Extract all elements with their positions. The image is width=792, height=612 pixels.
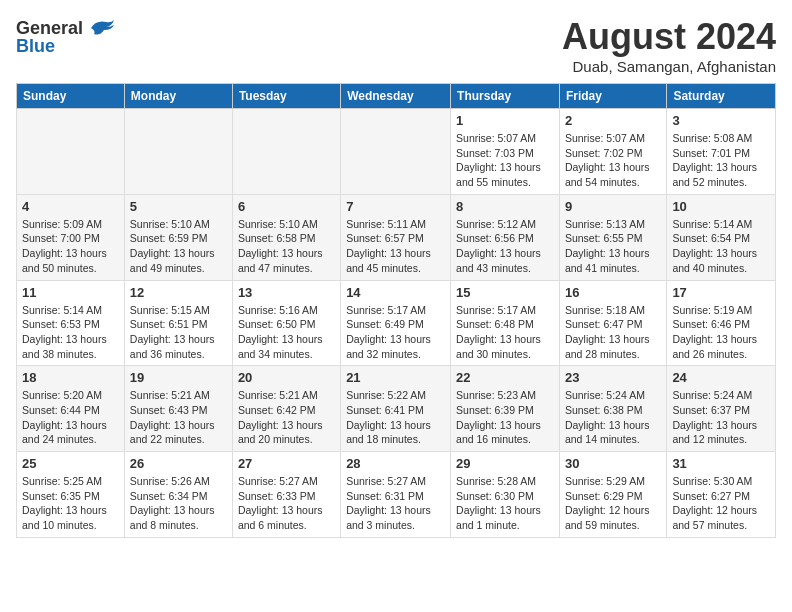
logo-blue: Blue (16, 36, 55, 57)
day-info: Sunrise: 5:30 AM Sunset: 6:27 PM Dayligh… (672, 474, 770, 533)
page-header: General Blue August 2024 Duab, Samangan,… (16, 16, 776, 75)
table-row: 27Sunrise: 5:27 AM Sunset: 6:33 PM Dayli… (232, 452, 340, 538)
month-year-title: August 2024 (562, 16, 776, 58)
calendar-table: Sunday Monday Tuesday Wednesday Thursday… (16, 83, 776, 538)
day-info: Sunrise: 5:18 AM Sunset: 6:47 PM Dayligh… (565, 303, 661, 362)
table-row: 19Sunrise: 5:21 AM Sunset: 6:43 PM Dayli… (124, 366, 232, 452)
header-friday: Friday (559, 84, 666, 109)
day-number: 15 (456, 285, 554, 300)
title-section: August 2024 Duab, Samangan, Afghanistan (562, 16, 776, 75)
day-info: Sunrise: 5:15 AM Sunset: 6:51 PM Dayligh… (130, 303, 227, 362)
day-number: 4 (22, 199, 119, 214)
day-info: Sunrise: 5:08 AM Sunset: 7:01 PM Dayligh… (672, 131, 770, 190)
day-info: Sunrise: 5:13 AM Sunset: 6:55 PM Dayligh… (565, 217, 661, 276)
day-info: Sunrise: 5:21 AM Sunset: 6:43 PM Dayligh… (130, 388, 227, 447)
header-wednesday: Wednesday (341, 84, 451, 109)
table-row (341, 109, 451, 195)
day-info: Sunrise: 5:27 AM Sunset: 6:31 PM Dayligh… (346, 474, 445, 533)
day-number: 2 (565, 113, 661, 128)
table-row: 17Sunrise: 5:19 AM Sunset: 6:46 PM Dayli… (667, 280, 776, 366)
header-saturday: Saturday (667, 84, 776, 109)
day-number: 8 (456, 199, 554, 214)
day-info: Sunrise: 5:10 AM Sunset: 6:59 PM Dayligh… (130, 217, 227, 276)
day-number: 10 (672, 199, 770, 214)
table-row: 20Sunrise: 5:21 AM Sunset: 6:42 PM Dayli… (232, 366, 340, 452)
table-row: 30Sunrise: 5:29 AM Sunset: 6:29 PM Dayli… (559, 452, 666, 538)
table-row: 16Sunrise: 5:18 AM Sunset: 6:47 PM Dayli… (559, 280, 666, 366)
day-info: Sunrise: 5:12 AM Sunset: 6:56 PM Dayligh… (456, 217, 554, 276)
day-number: 20 (238, 370, 335, 385)
table-row: 15Sunrise: 5:17 AM Sunset: 6:48 PM Dayli… (451, 280, 560, 366)
logo: General Blue (16, 16, 116, 57)
day-info: Sunrise: 5:20 AM Sunset: 6:44 PM Dayligh… (22, 388, 119, 447)
day-number: 16 (565, 285, 661, 300)
day-number: 27 (238, 456, 335, 471)
day-info: Sunrise: 5:23 AM Sunset: 6:39 PM Dayligh… (456, 388, 554, 447)
table-row (232, 109, 340, 195)
table-row: 3Sunrise: 5:08 AM Sunset: 7:01 PM Daylig… (667, 109, 776, 195)
table-row: 1Sunrise: 5:07 AM Sunset: 7:03 PM Daylig… (451, 109, 560, 195)
day-info: Sunrise: 5:27 AM Sunset: 6:33 PM Dayligh… (238, 474, 335, 533)
day-number: 19 (130, 370, 227, 385)
calendar-week-row: 18Sunrise: 5:20 AM Sunset: 6:44 PM Dayli… (17, 366, 776, 452)
calendar-week-row: 25Sunrise: 5:25 AM Sunset: 6:35 PM Dayli… (17, 452, 776, 538)
table-row: 26Sunrise: 5:26 AM Sunset: 6:34 PM Dayli… (124, 452, 232, 538)
table-row: 4Sunrise: 5:09 AM Sunset: 7:00 PM Daylig… (17, 194, 125, 280)
table-row (17, 109, 125, 195)
day-info: Sunrise: 5:19 AM Sunset: 6:46 PM Dayligh… (672, 303, 770, 362)
table-row: 29Sunrise: 5:28 AM Sunset: 6:30 PM Dayli… (451, 452, 560, 538)
day-info: Sunrise: 5:24 AM Sunset: 6:38 PM Dayligh… (565, 388, 661, 447)
table-row: 18Sunrise: 5:20 AM Sunset: 6:44 PM Dayli… (17, 366, 125, 452)
header-sunday: Sunday (17, 84, 125, 109)
table-row: 23Sunrise: 5:24 AM Sunset: 6:38 PM Dayli… (559, 366, 666, 452)
day-info: Sunrise: 5:25 AM Sunset: 6:35 PM Dayligh… (22, 474, 119, 533)
day-number: 22 (456, 370, 554, 385)
day-number: 6 (238, 199, 335, 214)
day-info: Sunrise: 5:17 AM Sunset: 6:48 PM Dayligh… (456, 303, 554, 362)
day-number: 29 (456, 456, 554, 471)
calendar-week-row: 4Sunrise: 5:09 AM Sunset: 7:00 PM Daylig… (17, 194, 776, 280)
table-row: 11Sunrise: 5:14 AM Sunset: 6:53 PM Dayli… (17, 280, 125, 366)
day-number: 3 (672, 113, 770, 128)
day-info: Sunrise: 5:28 AM Sunset: 6:30 PM Dayligh… (456, 474, 554, 533)
day-number: 13 (238, 285, 335, 300)
day-number: 12 (130, 285, 227, 300)
day-info: Sunrise: 5:24 AM Sunset: 6:37 PM Dayligh… (672, 388, 770, 447)
day-number: 7 (346, 199, 445, 214)
day-number: 11 (22, 285, 119, 300)
table-row (124, 109, 232, 195)
table-row: 6Sunrise: 5:10 AM Sunset: 6:58 PM Daylig… (232, 194, 340, 280)
table-row: 5Sunrise: 5:10 AM Sunset: 6:59 PM Daylig… (124, 194, 232, 280)
day-number: 24 (672, 370, 770, 385)
table-row: 13Sunrise: 5:16 AM Sunset: 6:50 PM Dayli… (232, 280, 340, 366)
logo-bird-icon (86, 16, 116, 40)
day-info: Sunrise: 5:11 AM Sunset: 6:57 PM Dayligh… (346, 217, 445, 276)
day-info: Sunrise: 5:14 AM Sunset: 6:53 PM Dayligh… (22, 303, 119, 362)
day-number: 25 (22, 456, 119, 471)
header-monday: Monday (124, 84, 232, 109)
day-number: 21 (346, 370, 445, 385)
table-row: 24Sunrise: 5:24 AM Sunset: 6:37 PM Dayli… (667, 366, 776, 452)
table-row: 31Sunrise: 5:30 AM Sunset: 6:27 PM Dayli… (667, 452, 776, 538)
table-row: 14Sunrise: 5:17 AM Sunset: 6:49 PM Dayli… (341, 280, 451, 366)
day-number: 1 (456, 113, 554, 128)
day-number: 28 (346, 456, 445, 471)
day-info: Sunrise: 5:16 AM Sunset: 6:50 PM Dayligh… (238, 303, 335, 362)
day-info: Sunrise: 5:10 AM Sunset: 6:58 PM Dayligh… (238, 217, 335, 276)
day-info: Sunrise: 5:14 AM Sunset: 6:54 PM Dayligh… (672, 217, 770, 276)
table-row: 22Sunrise: 5:23 AM Sunset: 6:39 PM Dayli… (451, 366, 560, 452)
day-info: Sunrise: 5:29 AM Sunset: 6:29 PM Dayligh… (565, 474, 661, 533)
day-number: 18 (22, 370, 119, 385)
day-info: Sunrise: 5:21 AM Sunset: 6:42 PM Dayligh… (238, 388, 335, 447)
day-info: Sunrise: 5:26 AM Sunset: 6:34 PM Dayligh… (130, 474, 227, 533)
table-row: 8Sunrise: 5:12 AM Sunset: 6:56 PM Daylig… (451, 194, 560, 280)
table-row: 25Sunrise: 5:25 AM Sunset: 6:35 PM Dayli… (17, 452, 125, 538)
day-info: Sunrise: 5:09 AM Sunset: 7:00 PM Dayligh… (22, 217, 119, 276)
day-info: Sunrise: 5:07 AM Sunset: 7:02 PM Dayligh… (565, 131, 661, 190)
calendar-week-row: 1Sunrise: 5:07 AM Sunset: 7:03 PM Daylig… (17, 109, 776, 195)
table-row: 9Sunrise: 5:13 AM Sunset: 6:55 PM Daylig… (559, 194, 666, 280)
day-number: 23 (565, 370, 661, 385)
day-number: 26 (130, 456, 227, 471)
calendar-week-row: 11Sunrise: 5:14 AM Sunset: 6:53 PM Dayli… (17, 280, 776, 366)
day-number: 14 (346, 285, 445, 300)
